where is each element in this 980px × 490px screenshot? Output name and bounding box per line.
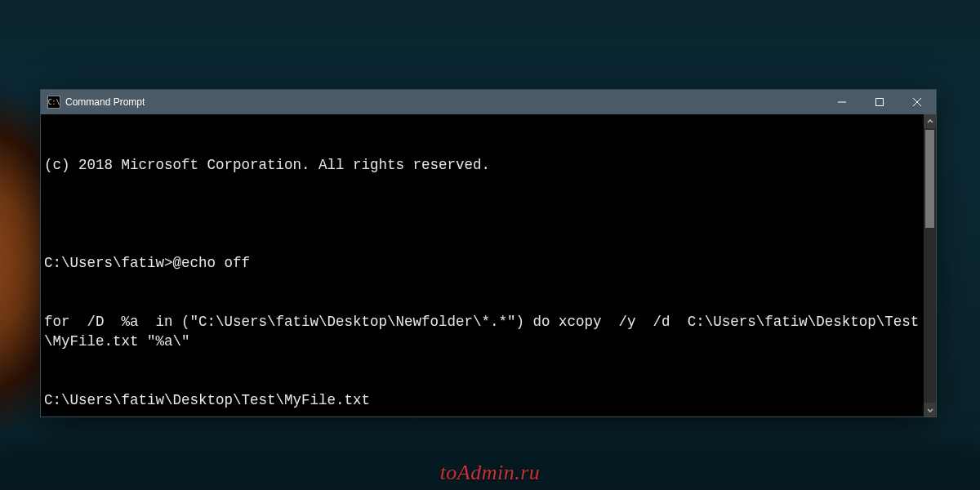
close-icon	[913, 98, 921, 106]
watermark-text: toAdmin.ru	[440, 461, 541, 485]
titlebar[interactable]: C:\ Command Prompt	[41, 90, 936, 114]
terminal-line: (c) 2018 Microsoft Corporation. All righ…	[44, 155, 920, 175]
scroll-up-button[interactable]	[924, 114, 936, 128]
terminal-line: for /D %a in ("C:\Users\fatiw\Desktop\Ne…	[44, 312, 920, 351]
scroll-down-button[interactable]	[924, 403, 936, 416]
minimize-button[interactable]	[823, 90, 861, 114]
terminal-output[interactable]: (c) 2018 Microsoft Corporation. All righ…	[41, 114, 924, 416]
maximize-button[interactable]	[861, 90, 898, 114]
terminal-line: C:\Users\fatiw>@echo off	[44, 253, 920, 273]
scroll-thumb[interactable]	[925, 130, 934, 228]
command-prompt-window: C:\ Command Prompt (c) 2018 Microsoft Co…	[40, 89, 937, 417]
command-prompt-icon: C:\	[47, 96, 60, 109]
maximize-icon	[875, 98, 884, 106]
svg-rect-0	[876, 99, 884, 106]
terminal-line: C:\Users\fatiw\Desktop\Test\MyFile.txt	[44, 390, 920, 410]
close-button[interactable]	[898, 90, 936, 114]
minimize-icon	[838, 98, 846, 106]
vertical-scrollbar[interactable]	[924, 114, 936, 416]
chevron-down-icon	[927, 407, 933, 413]
window-title: Command Prompt	[65, 96, 145, 108]
chevron-up-icon	[927, 118, 933, 125]
terminal-client-area: (c) 2018 Microsoft Corporation. All righ…	[41, 114, 936, 416]
